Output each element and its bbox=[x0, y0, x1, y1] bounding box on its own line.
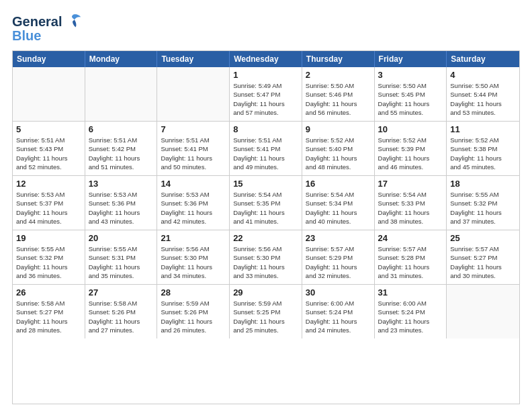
cal-cell: 8Sunrise: 5:51 AM Sunset: 5:41 PM Daylig… bbox=[230, 122, 302, 175]
day-info: Sunrise: 5:58 AM Sunset: 5:27 PM Dayligh… bbox=[16, 299, 81, 334]
day-number: 25 bbox=[450, 233, 516, 243]
cal-cell: 11Sunrise: 5:52 AM Sunset: 5:38 PM Dayli… bbox=[447, 122, 519, 175]
day-info: Sunrise: 5:52 AM Sunset: 5:39 PM Dayligh… bbox=[378, 136, 443, 171]
day-info: Sunrise: 5:55 AM Sunset: 5:31 PM Dayligh… bbox=[89, 244, 154, 280]
day-number: 12 bbox=[16, 179, 81, 189]
day-info: Sunrise: 5:50 AM Sunset: 5:46 PM Dayligh… bbox=[306, 81, 371, 117]
day-number: 26 bbox=[16, 287, 81, 298]
col-header-monday: Monday bbox=[85, 51, 158, 67]
day-number: 4 bbox=[450, 70, 516, 80]
day-number: 20 bbox=[89, 233, 154, 243]
day-number: 27 bbox=[89, 287, 154, 298]
day-info: Sunrise: 5:51 AM Sunset: 5:41 PM Dayligh… bbox=[233, 136, 298, 171]
day-info: Sunrise: 5:54 AM Sunset: 5:34 PM Dayligh… bbox=[306, 190, 371, 226]
cal-cell: 22Sunrise: 5:56 AM Sunset: 5:30 PM Dayli… bbox=[230, 230, 302, 284]
day-number: 14 bbox=[161, 179, 226, 189]
day-number: 30 bbox=[306, 287, 371, 298]
cal-cell bbox=[157, 67, 230, 121]
cal-cell: 10Sunrise: 5:52 AM Sunset: 5:39 PM Dayli… bbox=[375, 122, 447, 175]
day-info: Sunrise: 6:00 AM Sunset: 5:24 PM Dayligh… bbox=[378, 299, 443, 334]
day-number: 18 bbox=[450, 179, 516, 189]
cal-cell bbox=[85, 67, 158, 121]
day-number: 24 bbox=[378, 233, 443, 243]
day-info: Sunrise: 5:55 AM Sunset: 5:32 PM Dayligh… bbox=[450, 190, 516, 226]
day-number: 31 bbox=[378, 287, 443, 298]
col-header-saturday: Saturday bbox=[447, 51, 519, 67]
day-info: Sunrise: 5:54 AM Sunset: 5:33 PM Dayligh… bbox=[378, 190, 443, 226]
day-info: Sunrise: 5:57 AM Sunset: 5:27 PM Dayligh… bbox=[450, 244, 516, 280]
col-header-wednesday: Wednesday bbox=[230, 51, 302, 67]
logo-bird-icon bbox=[63, 12, 82, 31]
cal-cell bbox=[13, 67, 85, 121]
cal-cell: 6Sunrise: 5:51 AM Sunset: 5:42 PM Daylig… bbox=[85, 122, 158, 175]
day-number: 28 bbox=[161, 287, 226, 298]
day-info: Sunrise: 5:55 AM Sunset: 5:32 PM Dayligh… bbox=[16, 244, 81, 280]
col-header-tuesday: Tuesday bbox=[157, 51, 230, 67]
week-row-4: 26Sunrise: 5:58 AM Sunset: 5:27 PM Dayli… bbox=[13, 285, 519, 338]
day-number: 9 bbox=[306, 124, 371, 134]
day-number: 10 bbox=[378, 124, 443, 134]
logo-general: General bbox=[12, 14, 62, 30]
cal-cell: 4Sunrise: 5:50 AM Sunset: 5:44 PM Daylig… bbox=[447, 67, 519, 121]
day-info: Sunrise: 5:51 AM Sunset: 5:42 PM Dayligh… bbox=[89, 136, 154, 171]
week-row-2: 12Sunrise: 5:53 AM Sunset: 5:37 PM Dayli… bbox=[13, 176, 519, 230]
cal-cell: 3Sunrise: 5:50 AM Sunset: 5:45 PM Daylig… bbox=[375, 67, 447, 121]
cal-cell: 24Sunrise: 5:57 AM Sunset: 5:28 PM Dayli… bbox=[375, 230, 447, 284]
day-info: Sunrise: 5:56 AM Sunset: 5:30 PM Dayligh… bbox=[161, 244, 226, 280]
day-number: 29 bbox=[233, 287, 298, 298]
day-info: Sunrise: 5:53 AM Sunset: 5:37 PM Dayligh… bbox=[16, 190, 81, 226]
day-info: Sunrise: 5:52 AM Sunset: 5:40 PM Dayligh… bbox=[306, 136, 371, 171]
cal-cell: 13Sunrise: 5:53 AM Sunset: 5:36 PM Dayli… bbox=[85, 176, 158, 230]
day-number: 3 bbox=[378, 70, 443, 80]
day-info: Sunrise: 6:00 AM Sunset: 5:24 PM Dayligh… bbox=[306, 299, 371, 334]
cal-cell: 21Sunrise: 5:56 AM Sunset: 5:30 PM Dayli… bbox=[157, 230, 230, 284]
day-number: 19 bbox=[16, 233, 81, 243]
day-info: Sunrise: 5:53 AM Sunset: 5:36 PM Dayligh… bbox=[161, 190, 226, 226]
day-info: Sunrise: 5:56 AM Sunset: 5:30 PM Dayligh… bbox=[233, 244, 298, 280]
cal-cell bbox=[447, 285, 519, 338]
cal-cell: 14Sunrise: 5:53 AM Sunset: 5:36 PM Dayli… bbox=[157, 176, 230, 230]
day-info: Sunrise: 5:49 AM Sunset: 5:47 PM Dayligh… bbox=[233, 81, 298, 117]
week-row-0: 1Sunrise: 5:49 AM Sunset: 5:47 PM Daylig… bbox=[13, 67, 519, 122]
calendar-body: 1Sunrise: 5:49 AM Sunset: 5:47 PM Daylig… bbox=[13, 67, 519, 338]
day-info: Sunrise: 5:50 AM Sunset: 5:44 PM Dayligh… bbox=[450, 81, 516, 117]
cal-cell: 12Sunrise: 5:53 AM Sunset: 5:37 PM Dayli… bbox=[13, 176, 85, 230]
cal-cell: 29Sunrise: 5:59 AM Sunset: 5:25 PM Dayli… bbox=[230, 285, 302, 338]
cal-cell: 25Sunrise: 5:57 AM Sunset: 5:27 PM Dayli… bbox=[447, 230, 519, 284]
day-number: 17 bbox=[378, 179, 443, 189]
day-number: 15 bbox=[233, 179, 298, 189]
day-number: 1 bbox=[233, 70, 298, 80]
day-info: Sunrise: 5:59 AM Sunset: 5:25 PM Dayligh… bbox=[233, 299, 298, 334]
day-number: 7 bbox=[161, 124, 226, 134]
day-number: 11 bbox=[450, 124, 516, 134]
cal-cell: 16Sunrise: 5:54 AM Sunset: 5:34 PM Dayli… bbox=[302, 176, 375, 230]
logo: General Blue bbox=[12, 12, 82, 44]
day-number: 21 bbox=[161, 233, 226, 243]
cal-cell: 5Sunrise: 5:51 AM Sunset: 5:43 PM Daylig… bbox=[13, 122, 85, 175]
col-header-friday: Friday bbox=[375, 51, 447, 67]
day-number: 2 bbox=[306, 70, 371, 80]
cal-cell: 19Sunrise: 5:55 AM Sunset: 5:32 PM Dayli… bbox=[13, 230, 85, 284]
day-info: Sunrise: 5:50 AM Sunset: 5:45 PM Dayligh… bbox=[378, 81, 443, 117]
cal-cell: 27Sunrise: 5:58 AM Sunset: 5:26 PM Dayli… bbox=[85, 285, 158, 338]
week-row-3: 19Sunrise: 5:55 AM Sunset: 5:32 PM Dayli… bbox=[13, 230, 519, 285]
day-number: 13 bbox=[89, 179, 154, 189]
day-info: Sunrise: 5:52 AM Sunset: 5:38 PM Dayligh… bbox=[450, 136, 516, 171]
day-number: 8 bbox=[233, 124, 298, 134]
cal-cell: 18Sunrise: 5:55 AM Sunset: 5:32 PM Dayli… bbox=[447, 176, 519, 230]
cal-cell: 26Sunrise: 5:58 AM Sunset: 5:27 PM Dayli… bbox=[13, 285, 85, 338]
day-number: 23 bbox=[306, 233, 371, 243]
col-header-thursday: Thursday bbox=[302, 51, 375, 67]
cal-cell: 28Sunrise: 5:59 AM Sunset: 5:26 PM Dayli… bbox=[157, 285, 230, 338]
day-info: Sunrise: 5:57 AM Sunset: 5:29 PM Dayligh… bbox=[306, 244, 371, 280]
col-header-sunday: Sunday bbox=[13, 51, 85, 67]
cal-cell: 9Sunrise: 5:52 AM Sunset: 5:40 PM Daylig… bbox=[302, 122, 375, 175]
day-number: 16 bbox=[306, 179, 371, 189]
header: General Blue bbox=[12, 12, 520, 44]
day-number: 22 bbox=[233, 233, 298, 243]
cal-cell: 17Sunrise: 5:54 AM Sunset: 5:33 PM Dayli… bbox=[375, 176, 447, 230]
cal-cell: 1Sunrise: 5:49 AM Sunset: 5:47 PM Daylig… bbox=[230, 67, 302, 121]
calendar-header: SundayMondayTuesdayWednesdayThursdayFrid… bbox=[13, 51, 519, 67]
cal-cell: 7Sunrise: 5:51 AM Sunset: 5:41 PM Daylig… bbox=[157, 122, 230, 175]
day-info: Sunrise: 5:54 AM Sunset: 5:35 PM Dayligh… bbox=[233, 190, 298, 226]
